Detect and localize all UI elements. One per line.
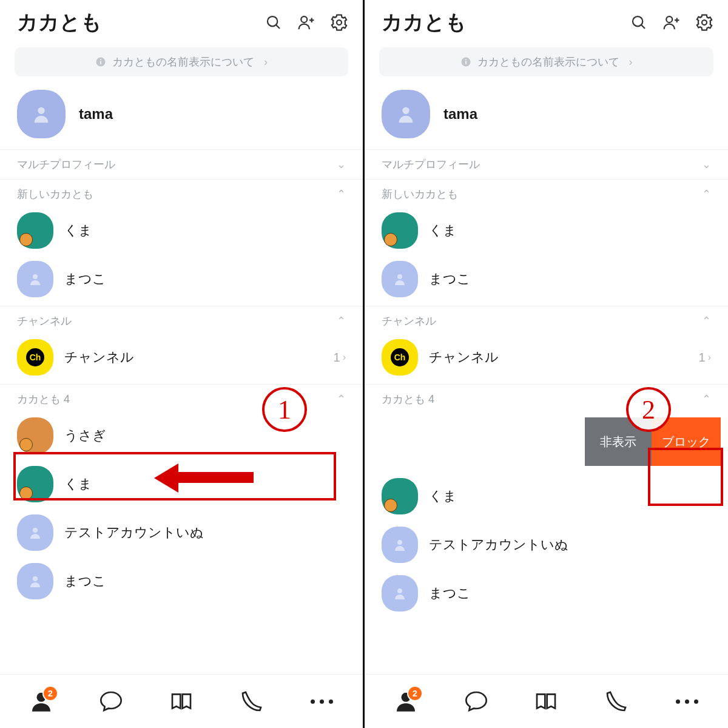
section-label: チャンネル: [17, 314, 72, 328]
channel-name: チャンネル: [429, 348, 499, 366]
svg-point-26: [397, 588, 402, 593]
chevron-up-icon: ⌃: [702, 314, 711, 328]
search-icon[interactable]: [265, 13, 283, 32]
svg-point-2: [301, 16, 307, 22]
page-title: カカとも: [17, 8, 265, 36]
channel-row[interactable]: Ch チャンネル 1 ›: [0, 333, 363, 382]
chevron-right-icon: ›: [343, 352, 346, 363]
nav-chat[interactable]: [99, 689, 123, 713]
nav-more[interactable]: [675, 689, 699, 713]
nav-chat[interactable]: [464, 689, 488, 713]
channel-ch-icon: Ch: [391, 348, 409, 366]
section-multi-profile[interactable]: マルチプロフィール ⌄: [365, 152, 728, 177]
person-icon: [28, 272, 42, 286]
friends-badge-count: 2: [42, 686, 58, 701]
screenshot-right: カカとも カカともの名前表示について › tama マルチプロフィール ⌄: [364, 0, 728, 728]
svg-point-0: [268, 16, 277, 26]
annotation-highlight-block: [648, 448, 723, 506]
chevron-down-icon: ⌄: [337, 158, 346, 171]
nav-call[interactable]: [604, 689, 629, 713]
section-multi-profile[interactable]: マルチプロフィール ⌄: [0, 152, 363, 177]
friend-name: まつこ: [429, 270, 471, 288]
svg-point-10: [33, 274, 38, 279]
svg-rect-7: [100, 61, 101, 64]
svg-point-19: [702, 20, 707, 25]
nav-view[interactable]: [169, 689, 194, 713]
svg-point-12: [33, 576, 38, 581]
svg-line-1: [276, 25, 280, 29]
section-label: 新しいカカとも: [382, 187, 458, 201]
avatar: [17, 417, 53, 454]
avatar: [382, 212, 418, 249]
friend-name: まつこ: [429, 584, 471, 602]
svg-point-14: [633, 16, 642, 26]
chevron-up-icon: ⌃: [337, 393, 346, 406]
person-icon: [31, 104, 52, 124]
search-icon[interactable]: [630, 13, 648, 32]
channel-row[interactable]: Ch チャンネル 1 ›: [365, 333, 728, 382]
avatar: [17, 261, 53, 297]
my-profile-row[interactable]: tama: [0, 81, 363, 147]
nav-view[interactable]: [534, 689, 558, 713]
nav-more[interactable]: [309, 689, 334, 713]
friend-row[interactable]: まつこ: [365, 569, 728, 618]
add-friend-icon[interactable]: [297, 13, 315, 32]
friend-name: くま: [64, 221, 92, 240]
avatar: [17, 514, 53, 551]
nav-friends[interactable]: 2: [29, 689, 53, 713]
header: カカとも: [365, 0, 728, 42]
add-friend-icon[interactable]: [662, 13, 681, 32]
my-profile-name: tama: [443, 106, 477, 123]
avatar: [382, 261, 418, 297]
info-icon: [460, 56, 471, 67]
avatar: [17, 212, 53, 249]
settings-icon[interactable]: [695, 13, 713, 32]
section-channel[interactable]: チャンネル ⌃: [0, 309, 363, 333]
settings-icon[interactable]: [330, 13, 348, 32]
person-icon: [393, 538, 407, 552]
my-profile-name: tama: [79, 106, 113, 123]
name-display-notice[interactable]: カカともの名前表示について ›: [15, 47, 348, 76]
section-channel[interactable]: チャンネル ⌃: [365, 309, 728, 333]
nav-friends[interactable]: 2: [394, 689, 418, 713]
step-number: 2: [642, 394, 655, 425]
avatar: [382, 527, 418, 563]
friend-row[interactable]: まつこ: [0, 557, 363, 605]
section-friends[interactable]: カカとも 4 ⌃: [365, 387, 728, 411]
section-new-friends[interactable]: 新しいカカとも ⌃: [0, 182, 363, 206]
svg-point-5: [337, 20, 342, 25]
svg-line-15: [641, 25, 645, 29]
svg-rect-22: [465, 59, 467, 61]
friend-name: まつこ: [64, 572, 106, 590]
section-new-friends[interactable]: 新しいカカとも ⌃: [365, 182, 728, 206]
name-display-notice[interactable]: カカともの名前表示について ›: [379, 47, 713, 76]
friend-name: テストアカウントいぬ: [64, 524, 204, 542]
section-friends[interactable]: カカとも 4 ⌃: [0, 387, 363, 411]
person-icon: [28, 574, 42, 588]
nav-call[interactable]: [240, 689, 264, 713]
screenshot-left: カカとも カカともの名前表示について › tama マルチプロフィール ⌄: [0, 0, 364, 728]
avatar: [17, 563, 53, 599]
new-friend-row[interactable]: まつこ: [365, 255, 728, 303]
friend-name: うさぎ: [64, 426, 106, 445]
person-icon: [393, 586, 407, 601]
friend-row[interactable]: テストアカウントいぬ: [0, 508, 363, 557]
chevron-up-icon: ⌃: [702, 393, 711, 406]
channel-avatar: Ch: [382, 339, 418, 376]
svg-point-9: [38, 107, 44, 114]
my-profile-row[interactable]: tama: [365, 81, 728, 147]
svg-rect-8: [100, 59, 101, 61]
friends-badge-count: 2: [407, 686, 423, 701]
friend-row[interactable]: テストアカウントいぬ: [365, 521, 728, 569]
section-label: チャンネル: [382, 314, 436, 328]
header: カカとも: [0, 0, 363, 42]
new-friend-row[interactable]: くま: [0, 206, 363, 255]
ryan-sticker-icon: [19, 233, 33, 246]
new-friend-row[interactable]: まつこ: [0, 255, 363, 303]
section-label: カカとも 4: [17, 392, 70, 406]
person-icon: [393, 272, 407, 286]
new-friend-row[interactable]: くま: [365, 206, 728, 255]
svg-point-11: [33, 528, 38, 533]
friend-name: まつこ: [64, 270, 106, 288]
friend-name: テストアカウントいぬ: [429, 536, 568, 554]
